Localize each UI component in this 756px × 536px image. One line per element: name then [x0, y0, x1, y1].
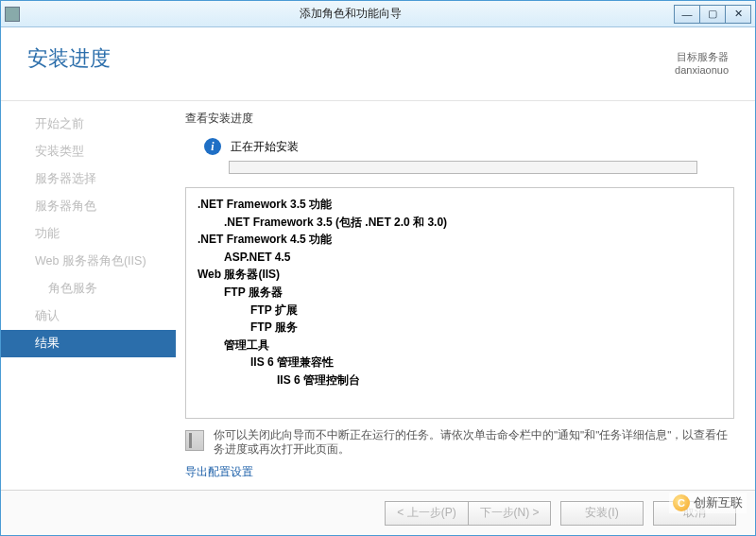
section-label: 查看安装进度: [185, 111, 734, 127]
watermark-text: 创新互联: [694, 494, 743, 511]
feature-item: IIS 6 管理兼容性: [198, 354, 722, 372]
watermark: C 创新互联: [669, 493, 747, 513]
feature-item: .NET Framework 3.5 功能: [198, 196, 722, 214]
nav-button-pair: < 上一步(P) 下一步(N) >: [385, 501, 551, 526]
info-icon: i: [204, 138, 221, 155]
window-title: 添加角色和功能向导: [26, 6, 675, 22]
feature-listbox[interactable]: .NET Framework 3.5 功能.NET Framework 3.5 …: [185, 187, 734, 419]
feature-item: IIS 6 管理控制台: [198, 372, 722, 389]
step-before-begin: 开始之前: [1, 111, 176, 138]
step-results[interactable]: 结果: [1, 330, 176, 357]
footer: < 上一步(P) 下一步(N) > 安装(I) 取消: [1, 490, 755, 535]
step-role-services: 角色服务: [1, 275, 176, 303]
export-config-link[interactable]: 导出配置设置: [185, 462, 734, 490]
note-text: 你可以关闭此向导而不中断正在运行的任务。请依次单击命令栏中的"通知"和"任务详细…: [214, 428, 734, 457]
feature-item: 管理工具: [198, 337, 722, 354]
content: 安装进度 目标服务器 danxiaonuo 开始之前 安装类型 服务器选择 服务…: [1, 27, 755, 535]
body: 开始之前 安装类型 服务器选择 服务器角色 功能 Web 服务器角色(IIS) …: [1, 101, 755, 490]
watermark-icon: C: [673, 494, 690, 511]
close-button[interactable]: ✕: [725, 5, 751, 24]
step-features: 功能: [1, 220, 176, 248]
step-install-type: 安装类型: [1, 138, 176, 165]
feature-item: FTP 扩展: [198, 302, 722, 320]
flag-icon: [185, 430, 204, 451]
header: 安装进度 目标服务器 danxiaonuo: [1, 27, 755, 101]
feature-item: .NET Framework 4.5 功能: [198, 231, 722, 249]
server-label: 目标服务器: [675, 50, 729, 64]
sidebar: 开始之前 安装类型 服务器选择 服务器角色 功能 Web 服务器角色(IIS) …: [1, 101, 176, 490]
next-button[interactable]: 下一步(N) >: [468, 501, 551, 526]
page-title: 安装进度: [27, 44, 675, 100]
feature-item: Web 服务器(IIS): [198, 266, 722, 284]
step-confirm: 确认: [1, 303, 176, 330]
note-row: 你可以关闭此向导而不中断正在运行的任务。请依次单击命令栏中的"通知"和"任务详细…: [185, 426, 734, 462]
server-name: danxiaonuo: [675, 64, 729, 76]
status-row: i 正在开始安装: [185, 138, 734, 155]
window-controls: — ▢ ✕: [675, 5, 751, 24]
app-icon: [5, 7, 20, 22]
feature-item: FTP 服务器: [198, 284, 722, 302]
progress-bar: [229, 161, 697, 174]
prev-button[interactable]: < 上一步(P): [385, 501, 468, 526]
main-panel: 查看安装进度 i 正在开始安装 .NET Framework 3.5 功能.NE…: [176, 101, 755, 490]
status-text: 正在开始安装: [231, 139, 299, 155]
feature-item: ASP.NET 4.5: [198, 249, 722, 267]
server-info: 目标服务器 danxiaonuo: [675, 44, 729, 100]
title-bar: 添加角色和功能向导 — ▢ ✕: [1, 1, 755, 27]
feature-item: FTP 服务: [198, 319, 722, 337]
minimize-button[interactable]: —: [674, 5, 700, 24]
maximize-button[interactable]: ▢: [699, 5, 726, 24]
step-web-server-iis: Web 服务器角色(IIS): [1, 248, 176, 275]
install-button[interactable]: 安装(I): [560, 501, 644, 526]
feature-item: .NET Framework 3.5 (包括 .NET 2.0 和 3.0): [198, 214, 722, 232]
step-server-roles: 服务器角色: [1, 193, 176, 220]
step-server-select: 服务器选择: [1, 165, 176, 193]
